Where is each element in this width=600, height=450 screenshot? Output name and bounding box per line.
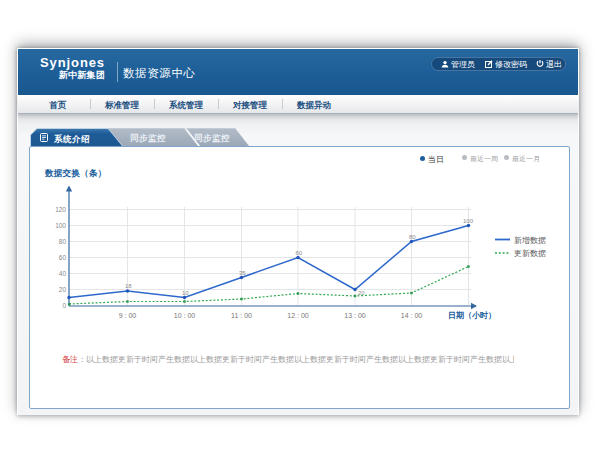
svg-text:10 : 00: 10 : 00 — [174, 312, 196, 319]
svg-text:新增数据: 新增数据 — [514, 235, 546, 244]
svg-text:100: 100 — [55, 222, 66, 229]
svg-text:14 : 00: 14 : 00 — [401, 312, 423, 319]
svg-text:40: 40 — [59, 270, 67, 277]
svg-text:9 : 00: 9 : 00 — [119, 312, 137, 319]
svg-text:60: 60 — [296, 249, 303, 255]
svg-text:日期（小时）: 日期（小时） — [448, 311, 496, 320]
svg-text:12 : 00: 12 : 00 — [287, 312, 309, 319]
svg-text:60: 60 — [59, 254, 67, 261]
svg-text:更新数据: 更新数据 — [514, 249, 546, 258]
svg-text:20: 20 — [59, 286, 67, 293]
svg-text:100: 100 — [463, 217, 474, 223]
svg-text:20: 20 — [358, 290, 365, 296]
svg-text:11 : 00: 11 : 00 — [231, 312, 252, 319]
svg-text:35: 35 — [239, 269, 246, 275]
svg-text:10: 10 — [182, 289, 189, 295]
svg-text:13 : 00: 13 : 00 — [344, 312, 366, 319]
svg-text:0: 0 — [62, 302, 66, 309]
svg-text:80: 80 — [409, 233, 416, 239]
svg-text:80: 80 — [59, 238, 67, 245]
svg-text:18: 18 — [125, 283, 132, 289]
svg-text:120: 120 — [55, 206, 66, 213]
